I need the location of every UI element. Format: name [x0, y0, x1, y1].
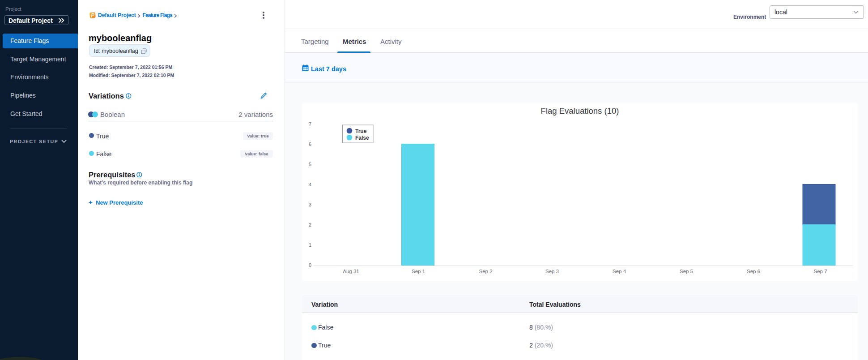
- svg-text:5: 5: [309, 162, 311, 167]
- svg-text:6: 6: [309, 141, 311, 147]
- svg-text:2: 2: [309, 222, 311, 227]
- svg-text:Sep 2: Sep 2: [479, 269, 492, 274]
- svg-text:Sep 1: Sep 1: [412, 269, 425, 274]
- svg-text:Sep 5: Sep 5: [680, 269, 693, 274]
- svg-text:Aug 31: Aug 31: [343, 269, 359, 274]
- svg-text:3: 3: [309, 202, 311, 207]
- svg-text:Sep 7: Sep 7: [813, 269, 827, 274]
- svg-text:Flag Evaluations (10): Flag Evaluations (10): [541, 106, 619, 116]
- svg-text:7: 7: [309, 121, 311, 127]
- svg-text:Sep 6: Sep 6: [747, 269, 760, 274]
- svg-text:1: 1: [309, 242, 311, 248]
- svg-text:Sep 3: Sep 3: [545, 269, 559, 274]
- svg-text:Sep 4: Sep 4: [613, 269, 626, 274]
- svg-text:False: False: [355, 135, 369, 141]
- svg-text:0: 0: [309, 262, 311, 268]
- svg-text:True: True: [355, 128, 367, 134]
- svg-text:4: 4: [309, 182, 311, 187]
